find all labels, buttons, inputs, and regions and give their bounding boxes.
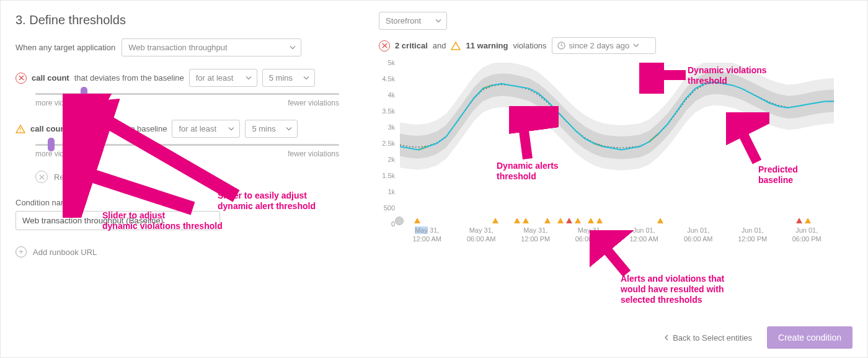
remove-button[interactable]: Remove <box>35 171 339 183</box>
warning-condition-text: deviates from the baseline <box>73 124 167 133</box>
violations-summary: 2 critical and 11 warning violations sin… <box>379 37 852 54</box>
chevron-left-icon <box>664 334 669 341</box>
slider-thumb[interactable] <box>48 138 55 151</box>
chevron-down-icon <box>286 124 292 133</box>
critical-condition-text: that deviates from the baseline <box>74 73 184 83</box>
critical-icon <box>379 40 390 51</box>
critical-duration-value-select[interactable]: 5 mins <box>262 69 315 87</box>
critical-count: 2 critical <box>395 41 428 50</box>
svg-point-0 <box>20 130 21 132</box>
critical-icon <box>16 73 27 84</box>
back-link[interactable]: Back to Select entities <box>664 333 752 342</box>
svg-rect-1 <box>20 128 20 130</box>
slider-label-more: more violations <box>35 150 86 158</box>
warning-metric-name: call count <box>30 124 68 133</box>
chevron-down-icon <box>228 124 234 133</box>
critical-duration-mode-select[interactable]: for at least <box>189 69 257 87</box>
annotation-markers: Alerts and violations that would have re… <box>621 274 724 305</box>
chevron-down-icon <box>246 73 252 83</box>
baseline-chart: 5k4.5k4k3.5k3k2.5k2k1.5k1k5000 May 31,12… <box>379 63 838 249</box>
critical-metric-name: call count <box>32 73 69 83</box>
annotation-dyn-alerts: Dynamic alerts threshold <box>497 161 559 182</box>
annotation-dyn-violations: Dynamic violations threshold <box>688 65 767 86</box>
when-label: When any target application <box>16 43 115 52</box>
slider-label-fewer: fewer violations <box>288 99 339 107</box>
annotation-slider-alerts: Slider to easily adjust dynamic alert th… <box>218 190 316 212</box>
critical-threshold-slider[interactable] <box>35 93 339 95</box>
chevron-down-icon <box>290 43 296 52</box>
chevron-down-icon <box>633 41 639 50</box>
annotation-slider-violations: Slider to adjust dynamic violations thre… <box>102 210 223 231</box>
section-title: 3. Define thresholds <box>16 13 339 27</box>
warning-duration-value-select[interactable]: 5 mins <box>245 120 298 138</box>
warning-icon <box>16 125 25 133</box>
create-condition-button[interactable]: Create condition <box>767 326 852 349</box>
close-icon <box>35 171 48 183</box>
chevron-down-icon <box>435 16 441 25</box>
add-runbook-button[interactable]: + Add runbook URL <box>16 246 339 257</box>
annotation-predicted: Predicted baseline <box>758 164 798 186</box>
clock-icon <box>557 42 565 50</box>
chart-y-axis: 5k4.5k4k3.5k3k2.5k2k1.5k1k5000 <box>376 63 397 224</box>
warning-count: 11 warning <box>466 41 508 50</box>
metric-select-value: Web transaction throughput <box>128 43 227 52</box>
entity-select[interactable]: Storefront <box>379 12 447 30</box>
warning-threshold-slider[interactable] <box>35 144 339 146</box>
warning-icon <box>451 42 461 50</box>
slider-label-fewer: fewer violations <box>288 150 339 158</box>
plus-icon: + <box>16 246 27 257</box>
violation-markers <box>400 218 834 226</box>
time-range-select[interactable]: since 2 days ago <box>552 37 657 54</box>
chevron-down-icon <box>303 73 309 83</box>
warning-duration-mode-select[interactable]: for at least <box>172 120 240 138</box>
chart-x-axis: May 31,12:00 AMMay 31,06:00 AMMay 31,12:… <box>400 226 834 244</box>
metric-select[interactable]: Web transaction throughput <box>122 38 301 56</box>
chart-canvas <box>400 63 834 224</box>
slider-label-more: more violations <box>35 99 86 107</box>
slider-thumb[interactable] <box>81 87 87 101</box>
